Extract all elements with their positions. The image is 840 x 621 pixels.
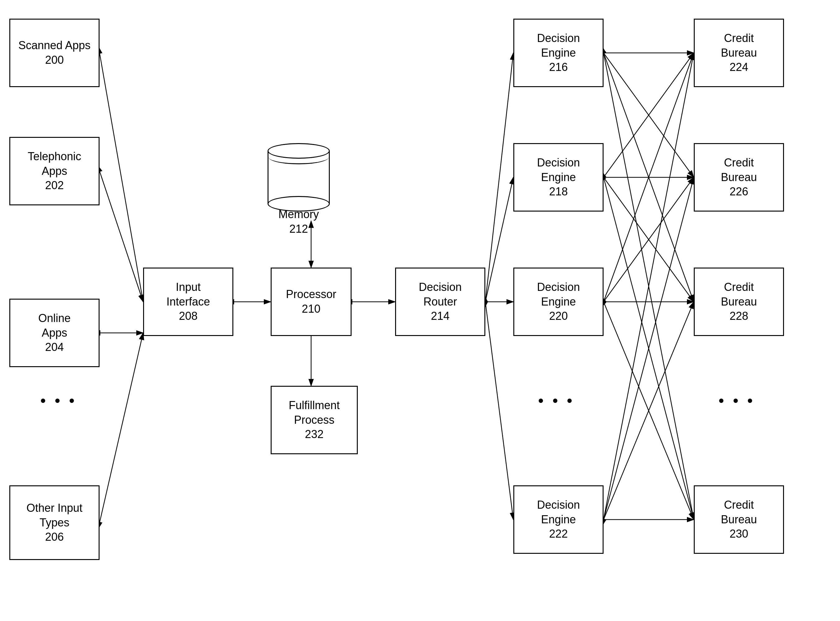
memory-cylinder: Memory212 (268, 143, 330, 212)
fulfillment-label: FulfillmentProcess232 (289, 398, 340, 442)
decision-router-label: DecisionRouter214 (419, 280, 462, 324)
de220-label: DecisionEngine220 (537, 280, 580, 324)
svg-line-26 (604, 53, 694, 520)
diagram: Scanned Apps 200 TelephonicApps202 Onlin… (0, 0, 840, 621)
de216-box: DecisionEngine216 (513, 19, 604, 87)
de222-box: DecisionEngine222 (513, 485, 604, 554)
dots-left: • • • (41, 392, 77, 409)
cb226-label: CreditBureau226 (721, 156, 757, 199)
svg-line-15 (604, 53, 694, 177)
svg-line-2 (100, 53, 143, 302)
input-interface-label: InputInterface208 (166, 280, 210, 324)
de218-label: DecisionEngine218 (537, 156, 580, 199)
svg-line-18 (604, 53, 694, 177)
other-input-box: Other InputTypes206 (9, 485, 100, 560)
processor-box: Processor210 (271, 268, 351, 336)
online-apps-box: OnlineApps204 (9, 299, 100, 367)
svg-line-5 (100, 333, 143, 523)
dots-de: • • • (538, 392, 575, 409)
cb228-label: CreditBureau228 (721, 280, 757, 324)
svg-line-11 (485, 177, 513, 302)
telephonic-apps-box: TelephonicApps202 (9, 137, 100, 205)
telephonic-apps-label: TelephonicApps202 (28, 149, 81, 193)
online-apps-label: OnlineApps204 (38, 311, 71, 355)
decision-router-box: DecisionRouter214 (395, 268, 485, 336)
cb224-label: CreditBureau224 (721, 31, 757, 75)
input-interface-box: InputInterface208 (143, 268, 233, 336)
svg-line-10 (485, 53, 513, 302)
cb228-box: CreditBureau228 (694, 268, 784, 336)
cb230-label: CreditBureau230 (721, 498, 757, 541)
svg-line-16 (604, 53, 694, 302)
de218-box: DecisionEngine218 (513, 143, 604, 212)
de216-label: DecisionEngine216 (537, 31, 580, 75)
svg-line-23 (604, 177, 694, 302)
svg-line-13 (485, 302, 513, 520)
de220-box: DecisionEngine220 (513, 268, 604, 336)
svg-line-20 (604, 177, 694, 302)
scanned-apps-box: Scanned Apps 200 (9, 19, 100, 87)
svg-line-17 (604, 53, 694, 520)
cb226-box: CreditBureau226 (694, 143, 784, 212)
svg-line-28 (604, 302, 694, 520)
scanned-apps-label: Scanned Apps 200 (10, 38, 98, 68)
svg-line-27 (604, 177, 694, 520)
processor-label: Processor210 (286, 287, 336, 317)
fulfillment-box: FulfillmentProcess232 (271, 386, 358, 454)
memory-label: Memory212 (278, 207, 319, 236)
svg-line-3 (100, 171, 143, 302)
svg-line-22 (604, 53, 694, 302)
de222-label: DecisionEngine222 (537, 498, 580, 541)
svg-line-21 (604, 177, 694, 520)
other-input-label: Other InputTypes206 (26, 501, 82, 544)
svg-line-25 (604, 302, 694, 520)
dots-cb: • • • (719, 392, 755, 409)
cb224-box: CreditBureau224 (694, 19, 784, 87)
cb230-box: CreditBureau230 (694, 485, 784, 554)
